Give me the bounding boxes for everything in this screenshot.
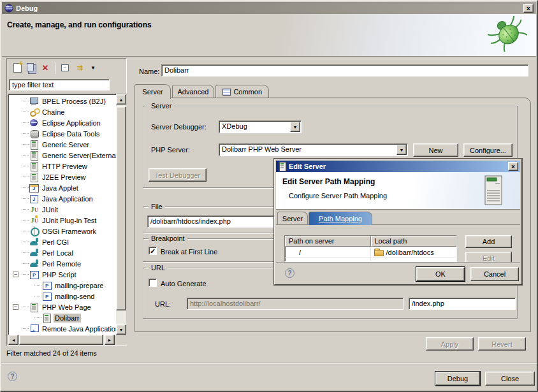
new-config-icon[interactable] [10,61,24,75]
column-header-path-on-server[interactable]: Path on server [285,236,371,247]
tree-item[interactable]: Perl Local [8,247,115,258]
tree-item-label: Remote Java Application [41,324,120,333]
dialog-help-icon[interactable]: ? [285,268,294,278]
bug-icon [488,16,527,52]
tree-item-label: BPEL Process (B2J) [41,97,107,106]
tree-item-label: Perl Remote [41,259,82,268]
tree-item-label: JUnit [41,205,59,214]
toolbar-separator [55,62,55,74]
dialog-tab-server[interactable]: Server [277,212,308,225]
database-icon [29,129,39,138]
scroll-left-icon[interactable]: ◄ [8,335,18,345]
tree-item-label: PHP Web Page [41,303,92,312]
tree-item[interactable]: Chaîne [8,106,115,117]
table-row[interactable]: / /dolibarr/htdocs [285,247,456,258]
tab-common[interactable]: Common [215,85,269,98]
dialog-title: Edit Server [289,163,326,170]
junit-icon [29,205,39,214]
menu-caret-icon[interactable]: ▼ [86,61,100,75]
tree-item[interactable]: Generic Server [8,139,115,150]
tree-item[interactable]: Perl Remote [8,258,115,269]
filter-icon[interactable]: ⇉ [72,61,86,75]
scroll-up-icon[interactable]: ▲ [116,94,126,105]
filter-status: Filter matched 24 of 24 items [6,349,97,357]
close-button[interactable]: Close [485,372,535,386]
scroll-corner [115,335,126,345]
filter-input[interactable]: type filter text [9,79,110,91]
empty-cell [285,258,371,262]
remote-java-icon [29,324,39,333]
chain-icon [29,107,39,117]
camel-icon [29,248,39,258]
window-titlebar[interactable]: Debug × [2,2,536,14]
tree-item[interactable]: Eclipse Data Tools [8,128,115,139]
tree-item-label: Perl CGI [41,238,70,247]
configurations-panel: ✕ ⇉ ▼ type filter text Remote Java Appli… [6,58,127,346]
dialog-footer: ? OK Cancel [276,262,520,283]
tree-item[interactable]: −PHP Web Page [8,301,115,312]
column-header-local-path[interactable]: Local path [371,236,457,247]
apply-button[interactable]: Apply [426,337,474,351]
table-header-row: Path on server Local path [285,236,456,247]
local-path-cell: /dolibarr/htdocs [371,247,456,257]
tree-item-label: HTTP Preview [41,162,89,171]
php-icon [42,280,52,290]
delete-icon[interactable]: ✕ [38,61,52,75]
add-mapping-button[interactable]: Add [465,235,512,248]
tab-advanced[interactable]: Advanced [172,85,214,98]
server-icon [29,302,39,312]
duplicate-icon[interactable] [24,61,38,75]
tree-item[interactable]: Remote Java Application [8,323,115,334]
tree-item[interactable]: HTTP Preview [8,161,115,171]
tree-item[interactable]: Perl CGI [8,236,115,247]
vscroll-thumb[interactable] [116,106,126,310]
tree-item[interactable]: −PHP Script [8,269,115,280]
ok-button[interactable]: OK [416,267,465,281]
collapse-expander-icon[interactable]: − [13,272,18,277]
tree-item[interactable]: OSGi Framework [8,226,115,236]
tree-hscrollbar[interactable]: ◄ ► [8,335,126,345]
tree-item[interactable]: Java Applet [8,182,115,193]
tree-item[interactable]: mailing-prepare [8,280,115,291]
tree-item[interactable]: Eclipse Application [8,117,115,128]
name-input[interactable]: Dolibarr [161,64,528,76]
tree-item[interactable]: JUnit [8,204,115,215]
tree-vscrollbar[interactable]: ▲ ▼ [116,94,126,335]
dialog-close-button[interactable]: × [508,162,518,171]
window-close-button[interactable]: × [523,4,534,13]
help-icon[interactable]: ? [8,372,17,381]
eclipse-sphere-icon [29,118,39,127]
tree-item[interactable]: Java Application [8,193,115,204]
tree-item[interactable]: JUnit Plug-in Test [8,215,115,226]
edit-server-dialog: Edit Server × Edit Server Path Mapping C… [274,159,522,285]
tree-item[interactable]: BPEL Process (B2J) [8,96,115,106]
revert-button[interactable]: Revert [478,337,526,351]
tree-item[interactable]: J2EE Preview [8,171,115,182]
debug-button[interactable]: Debug [435,372,480,386]
dialog-titlebar[interactable]: Edit Server × [276,161,520,172]
hscroll-thumb[interactable] [19,335,103,345]
tree-item-label: Dolibarr [54,314,81,323]
collapse-all-icon[interactable] [58,61,72,75]
scroll-down-icon[interactable]: ▼ [116,324,126,335]
server-tower-image [483,175,504,207]
server-icon [279,162,286,171]
banner-heading: Create, manage, and run configurations [7,20,152,29]
tree-item[interactable]: mailing-send [8,291,115,301]
tree-item[interactable]: Dolibarr [8,312,115,323]
debug-configurations-window: Debug × Create, manage, and run configur… [0,0,538,392]
tree-item-label: Perl Local [41,249,75,258]
tree-item[interactable]: Generic Server(External La [8,150,115,161]
collapse-expander-icon[interactable]: − [13,304,18,310]
tree-item-label: mailing-prepare [54,281,105,290]
tab-server[interactable]: Server [134,84,171,99]
server-icon [42,313,52,323]
java-icon [29,194,39,203]
tree-item-label: Eclipse Application [41,119,102,127]
cancel-button[interactable]: Cancel [470,267,519,281]
scroll-right-icon[interactable]: ► [105,335,115,345]
junit-plugin-icon [29,215,39,225]
php-icon [29,270,39,279]
table-icon [222,89,231,96]
dialog-tab-path-mapping[interactable]: Path Mapping [309,212,372,225]
